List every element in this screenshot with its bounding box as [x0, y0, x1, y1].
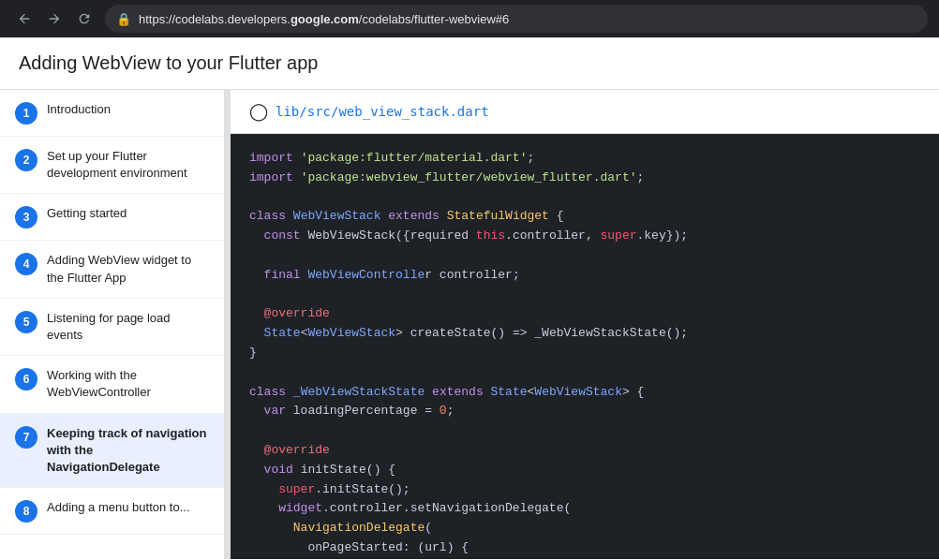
step-badge-7: 7 — [15, 426, 37, 449]
code-line-4: class WebViewStack extends StatefulWidge… — [249, 207, 920, 227]
main-layout: 1 Introduction 2 Set up your Flutter dev… — [0, 90, 939, 559]
step-badge-6: 6 — [15, 368, 37, 391]
code-line-16: @override — [249, 441, 920, 461]
code-line-8 — [249, 286, 920, 305]
step-badge-8: 8 — [15, 500, 37, 523]
file-link[interactable]: lib/src/web_view_stack.dart — [276, 104, 489, 119]
code-line-17: void initState() { — [249, 461, 920, 480]
address-bar[interactable]: 🔒 https://codelabs.developers.google.com… — [105, 5, 928, 33]
code-line-13: class _WebViewStackState extends State<W… — [249, 383, 920, 403]
code-line-6 — [249, 246, 920, 266]
github-icon: ◯ — [249, 101, 268, 122]
address-text: https://codelabs.developers.google.com/c… — [139, 12, 509, 26]
sidebar-item-label-5: Listening for page load events — [47, 310, 209, 344]
sidebar-item-label-2: Set up your Flutter development environm… — [47, 148, 209, 182]
file-header: ◯ lib/src/web_view_stack.dart — [231, 90, 939, 134]
step-badge-2: 2 — [15, 149, 37, 171]
code-line-7: final WebViewController controller; — [249, 266, 920, 286]
code-line-15 — [249, 421, 920, 441]
forward-button[interactable] — [41, 6, 67, 32]
code-line-2: import 'package:webview_flutter/webview_… — [249, 169, 920, 188]
code-line-19: widget.controller.setNavigationDelegate( — [249, 499, 920, 519]
sidebar-item-label-4: Adding WebView widget to the Flutter App — [47, 252, 209, 286]
sidebar-item-label-1: Introduction — [47, 101, 111, 118]
code-line-12 — [249, 363, 920, 383]
sidebar-item-8[interactable]: 8 Adding a menu button to... — [0, 488, 224, 535]
step-badge-4: 4 — [15, 253, 37, 275]
code-line-20: NavigationDelegate( — [249, 519, 920, 538]
page-title: Adding WebView to your Flutter app — [19, 52, 920, 74]
sidebar-item-6[interactable]: 6 Working with the WebViewController — [0, 356, 224, 413]
sidebar-item-5[interactable]: 5 Listening for page load events — [0, 299, 224, 356]
security-icon: 🔒 — [116, 12, 131, 26]
sidebar-item-label-8: Adding a menu button to... — [47, 499, 190, 516]
back-button[interactable] — [11, 6, 37, 32]
sidebar-item-4[interactable]: 4 Adding WebView widget to the Flutter A… — [0, 241, 224, 298]
step-badge-5: 5 — [15, 311, 37, 333]
nav-buttons — [11, 6, 97, 32]
code-line-9: @override — [249, 304, 920, 324]
sidebar: 1 Introduction 2 Set up your Flutter dev… — [0, 90, 225, 559]
sidebar-item-label-7: Keeping track of navigation with the Nav… — [47, 425, 209, 477]
step-badge-1: 1 — [15, 102, 37, 125]
code-line-10: State<WebViewStack> createState() => _We… — [249, 324, 920, 344]
content-area: ◯ lib/src/web_view_stack.dart import 'pa… — [231, 90, 939, 559]
code-line-18: super.initState(); — [249, 480, 920, 500]
step-badge-3: 3 — [15, 206, 37, 228]
code-line-5: const WebViewStack({required this.contro… — [249, 227, 920, 246]
sidebar-item-3[interactable]: 3 Getting started — [0, 194, 224, 241]
code-line-21: onPageStarted: (url) { — [249, 538, 920, 558]
page-header: Adding WebView to your Flutter app — [0, 37, 939, 90]
sidebar-item-7[interactable]: 7 Keeping track of navigation with the N… — [0, 414, 224, 489]
reload-button[interactable] — [71, 6, 97, 32]
code-line-3 — [249, 188, 920, 208]
sidebar-item-2[interactable]: 2 Set up your Flutter development enviro… — [0, 137, 224, 194]
browser-chrome: 🔒 https://codelabs.developers.google.com… — [0, 0, 939, 37]
sidebar-item-label-3: Getting started — [47, 205, 127, 222]
code-line-11: } — [249, 344, 920, 363]
sidebar-item-label-6: Working with the WebViewController — [47, 367, 209, 401]
code-line-1: import 'package:flutter/material.dart'; — [249, 149, 920, 169]
code-line-14: var loadingPercentage = 0; — [249, 402, 920, 421]
sidebar-item-1[interactable]: 1 Introduction — [0, 90, 224, 137]
code-block: import 'package:flutter/material.dart'; … — [231, 134, 939, 559]
